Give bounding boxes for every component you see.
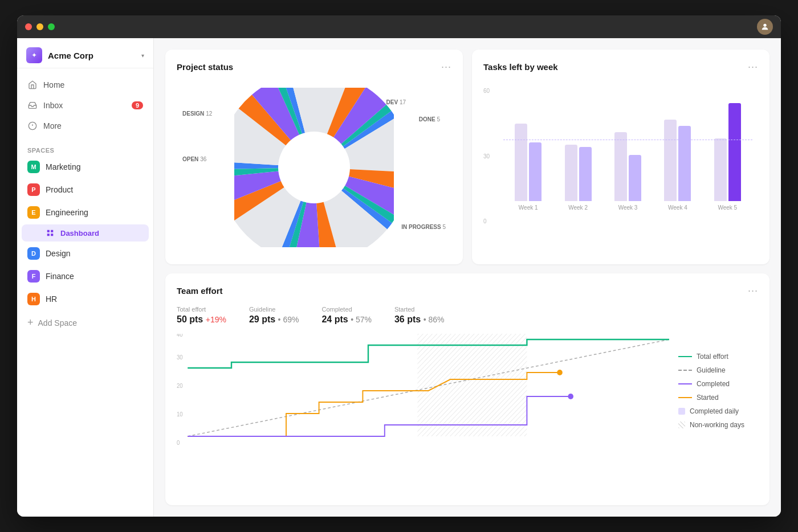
week2-label: Week 2 [568,204,588,211]
sidebar-item-marketing[interactable]: M Marketing [22,156,149,178]
week1-group: Week 1 [503,76,553,211]
home-label: Home [43,80,64,89]
team-effort-title: Team effort [177,286,223,296]
design-label: DESIGN 12 [182,111,212,117]
team-effort-card: Team effort ··· Total effort 50 pts +19%… [165,273,769,505]
legend-guideline: Guideline [678,366,758,374]
more-icon [27,121,38,131]
stat-guideline-label: Guideline [249,306,299,313]
week3-label: Week 3 [618,204,638,211]
stat-total-label: Total effort [177,306,226,313]
sidebar-item-home[interactable]: Home [22,75,149,95]
project-status-title: Project status [177,62,233,72]
sidebar-item-product[interactable]: P Product [22,179,149,200]
tasks-title: Tasks left by week [483,62,558,72]
legend-started: Started [678,394,758,402]
legend-completed-daily: Completed daily [678,407,758,415]
engineering-label: Engineering [46,208,88,217]
dashboard-label: Dashboard [60,229,99,238]
inbox-label: Inbox [43,101,63,110]
project-status-more[interactable]: ··· [441,61,451,73]
week5-group: Week 5 [703,76,752,211]
legend-non-working: Non-working days [678,421,758,429]
started-pct: 86% [428,315,444,324]
guideline-pct: 69% [283,315,299,324]
sidebar-item-hr[interactable]: H HR [22,288,149,310]
svg-text:40: 40 [177,334,183,338]
add-space-button[interactable]: + Add Space [17,312,153,333]
tasks-header: Tasks left by week ··· [483,61,758,73]
minimize-button[interactable] [36,23,43,30]
pie-chart: DEV 17 DONE 5 IN PROGRESS 5 OPEN 36 DESI… [177,82,451,253]
stat-completed: Completed 24 pts • 57% [321,306,372,325]
sidebar-item-dashboard[interactable]: Dashboard [22,224,149,242]
legend-started-line [678,397,692,398]
logo-icon: ✦ [26,47,42,63]
sidebar-item-inbox[interactable]: Inbox 9 [22,96,149,115]
project-status-header: Project status ··· [177,61,451,73]
design-avatar: D [27,247,40,260]
bar-chart: 0 30 60 [483,82,758,242]
stat-total-effort: Total effort 50 pts +19% [177,306,226,325]
sidebar-header[interactable]: ✦ Acme Corp ▾ [17,38,153,68]
dev-label: DEV 17 [386,99,406,105]
week5-bars [714,76,741,201]
week5-label: Week 5 [718,204,737,211]
legend-completed-line [678,383,692,384]
open-label: OPEN 36 [182,156,206,162]
done-label: DONE 5 [419,116,440,122]
sidebar-item-finance[interactable]: F Finance [22,265,149,287]
stat-started: Started 36 pts • 86% [394,306,445,325]
design-label: Design [46,249,71,258]
y-label-30: 30 [483,153,490,159]
inbox-badge: 9 [132,101,143,109]
close-button[interactable] [25,23,32,30]
week4-group: Week 4 [653,76,702,211]
app-body: ✦ Acme Corp ▾ Home Inbox 9 [17,38,781,517]
tasks-more[interactable]: ··· [748,61,758,73]
user-avatar[interactable] [757,19,773,35]
bar [629,155,641,201]
sidebar-item-more[interactable]: More [22,116,149,136]
week4-bars [664,76,691,201]
team-effort-more[interactable]: ··· [748,285,758,297]
sidebar-item-design[interactable]: D Design [22,243,149,264]
completed-pct: 57% [356,315,372,324]
y-label-0: 0 [483,218,490,224]
svg-rect-20 [417,334,527,436]
sidebar-item-engineering[interactable]: E Engineering [22,202,149,223]
plus-icon: + [27,317,34,329]
stat-total-value: 50 pts +19% [177,314,226,325]
svg-text:10: 10 [177,411,183,418]
bar [529,142,542,201]
svg-rect-7 [47,234,50,236]
line-chart-svg: 0 10 20 30 40 [177,334,669,448]
maximize-button[interactable] [48,23,55,30]
legend-total-effort-line [678,356,692,358]
finance-avatar: F [27,270,40,283]
bar [714,138,727,201]
bar [515,124,527,201]
week2-bars [565,76,592,201]
bar [678,126,691,201]
stat-completed-value: 24 pts • 57% [321,314,372,325]
traffic-lights [25,23,55,30]
effort-stats: Total effort 50 pts +19% Guideline 29 pt… [177,306,758,325]
chart-legend: Total effort Guideline Completed St [678,334,758,448]
stat-started-label: Started [394,306,445,313]
legend-completed-daily-box [678,408,685,415]
bar [728,103,741,201]
svg-rect-5 [51,230,53,232]
app-window: ✦ Acme Corp ▾ Home Inbox 9 [17,15,781,517]
home-icon [27,80,38,90]
add-space-label: Add Space [38,318,78,328]
week2-group: Week 2 [553,76,602,211]
company-name: Acme Corp [48,51,136,60]
svg-text:20: 20 [177,383,183,389]
y-label-60: 60 [483,88,490,94]
svg-text:30: 30 [177,354,183,361]
svg-rect-6 [51,234,53,236]
engineering-avatar: E [27,206,40,219]
bar [664,120,677,201]
finance-label: Finance [46,272,74,281]
